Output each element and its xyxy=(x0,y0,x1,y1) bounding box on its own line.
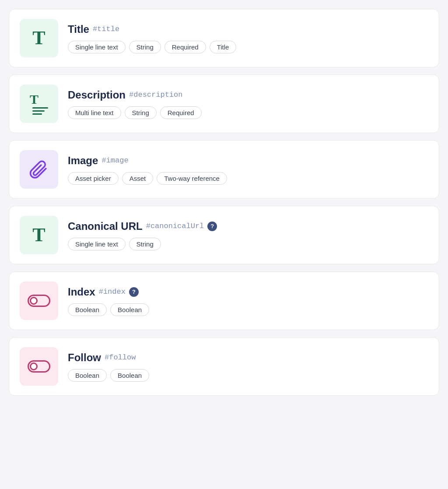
field-card-canonicalUrl[interactable]: TCanonical URL#canonicalUrl?Single line … xyxy=(9,206,439,264)
field-hash-title: #title xyxy=(93,25,119,33)
field-title-index: Index#index? xyxy=(68,286,149,298)
toggle-icon xyxy=(28,295,50,307)
t-icon: T xyxy=(32,28,45,48)
field-card-title[interactable]: TTitle#titleSingle line textStringRequir… xyxy=(9,9,439,67)
tag-index-0[interactable]: Boolean xyxy=(68,303,107,316)
field-card-index[interactable]: Index#index?BooleanBoolean xyxy=(9,271,439,330)
field-tags-description: Multi line textStringRequired xyxy=(68,106,202,119)
field-hash-canonicalUrl: #canonicalUrl xyxy=(146,222,204,230)
tag-canonicalUrl-1[interactable]: String xyxy=(129,238,161,250)
field-tags-image: Asset pickerAssetTwo-way reference xyxy=(68,172,227,185)
field-icon-follow xyxy=(20,347,58,386)
field-info-image: Image#imageAsset pickerAssetTwo-way refe… xyxy=(68,155,227,185)
field-card-follow[interactable]: Follow#followBooleanBoolean xyxy=(9,337,439,396)
tag-description-1[interactable]: String xyxy=(125,106,157,119)
tag-description-2[interactable]: Required xyxy=(160,106,202,119)
field-name-description: Description xyxy=(68,89,126,101)
toggle-icon xyxy=(28,360,50,373)
field-info-index: Index#index?BooleanBoolean xyxy=(68,286,149,316)
help-icon-index[interactable]: ? xyxy=(129,287,139,297)
field-info-title: Title#titleSingle line textStringRequire… xyxy=(68,23,236,53)
field-icon-image xyxy=(20,150,58,189)
field-hash-description: #description xyxy=(129,91,182,99)
field-info-canonicalUrl: Canonical URL#canonicalUrl?Single line t… xyxy=(68,220,217,250)
field-title-canonicalUrl: Canonical URL#canonicalUrl? xyxy=(68,220,217,232)
field-hash-follow: #follow xyxy=(105,353,136,362)
tag-follow-1[interactable]: Boolean xyxy=(110,369,149,382)
field-tags-index: BooleanBoolean xyxy=(68,303,149,316)
tag-title-0[interactable]: Single line text xyxy=(68,41,126,53)
field-name-follow: Follow xyxy=(68,352,101,364)
tag-canonicalUrl-0[interactable]: Single line text xyxy=(68,238,126,250)
field-hash-index: #index xyxy=(99,288,126,296)
field-icon-canonicalUrl: T xyxy=(20,216,58,254)
field-name-image: Image xyxy=(68,155,98,167)
field-title-follow: Follow#follow xyxy=(68,352,149,364)
tag-follow-0[interactable]: Boolean xyxy=(68,369,107,382)
field-card-description[interactable]: T Description#descriptionMulti line text… xyxy=(9,74,439,133)
tag-image-1[interactable]: Asset xyxy=(122,172,154,185)
field-info-follow: Follow#followBooleanBoolean xyxy=(68,352,149,382)
field-title-description: Description#description xyxy=(68,89,202,101)
tag-image-2[interactable]: Two-way reference xyxy=(157,172,227,185)
t-icon: T xyxy=(32,225,45,245)
tag-title-2[interactable]: Required xyxy=(164,41,206,53)
paperclip-icon xyxy=(29,160,49,179)
field-name-title: Title xyxy=(68,23,89,35)
field-card-image[interactable]: Image#imageAsset pickerAssetTwo-way refe… xyxy=(9,140,439,199)
tag-title-1[interactable]: String xyxy=(129,41,161,53)
field-list: TTitle#titleSingle line textStringRequir… xyxy=(9,9,439,396)
field-name-index: Index xyxy=(68,286,95,298)
field-info-description: Description#descriptionMulti line textSt… xyxy=(68,89,202,119)
field-tags-title: Single line textStringRequiredTitle xyxy=(68,41,236,53)
tag-title-3[interactable]: Title xyxy=(210,41,237,53)
field-icon-title: T xyxy=(20,19,58,57)
field-title-title: Title#title xyxy=(68,23,236,35)
help-icon-canonicalUrl[interactable]: ? xyxy=(207,222,217,231)
field-icon-index xyxy=(20,281,58,320)
field-name-canonicalUrl: Canonical URL xyxy=(68,220,143,232)
tag-description-0[interactable]: Multi line text xyxy=(68,106,121,119)
tag-index-1[interactable]: Boolean xyxy=(110,303,149,316)
tag-image-0[interactable]: Asset picker xyxy=(68,172,119,185)
field-tags-follow: BooleanBoolean xyxy=(68,369,149,382)
field-icon-description: T xyxy=(20,84,58,123)
t-multi-icon: T xyxy=(30,93,48,115)
field-hash-image: #image xyxy=(102,156,128,165)
field-title-image: Image#image xyxy=(68,155,227,167)
field-tags-canonicalUrl: Single line textString xyxy=(68,238,217,250)
